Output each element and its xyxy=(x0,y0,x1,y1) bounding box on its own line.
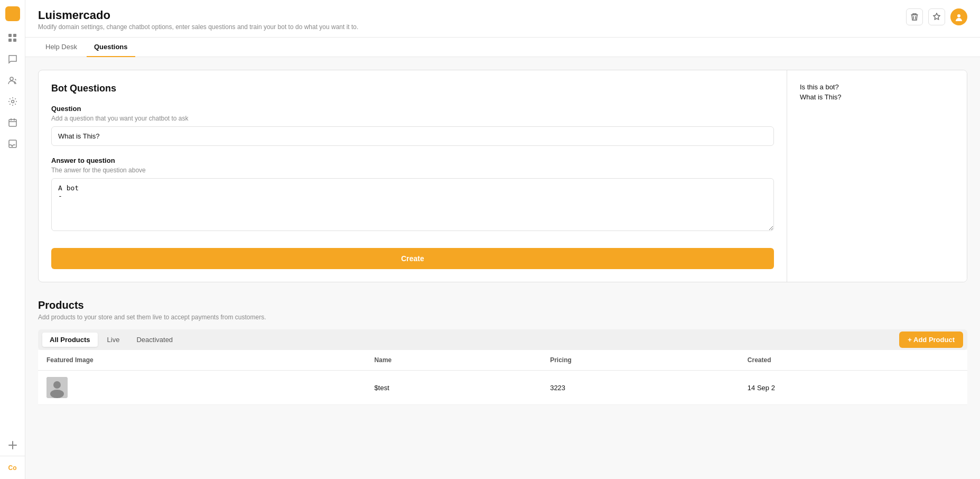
cell-featured-image xyxy=(38,371,366,405)
sidebar-bottom-label: Co xyxy=(0,456,25,479)
answer-sublabel: The anwer for the question above xyxy=(51,167,774,174)
create-button[interactable]: Create xyxy=(51,248,774,269)
user-avatar-button[interactable] xyxy=(950,8,967,25)
table-header-row: Featured Image Name Pricing Created xyxy=(38,350,967,371)
question-field-group: Question Add a question that you want yo… xyxy=(51,105,774,146)
svg-point-12 xyxy=(50,390,64,398)
preview-question-2: What is This? xyxy=(800,93,954,101)
sidebar-add-button[interactable] xyxy=(4,437,21,454)
product-thumbnail xyxy=(46,377,68,398)
sidebar-icon-inbox[interactable] xyxy=(4,135,21,152)
main-content: Luismercado Modify domain settings, chan… xyxy=(25,0,980,479)
svg-point-9 xyxy=(957,14,960,17)
sidebar xyxy=(0,0,25,479)
preview-question-1: Is this a bot? xyxy=(800,83,954,91)
star-button[interactable] xyxy=(928,8,945,25)
tab-helpdesk[interactable]: Help Desk xyxy=(38,38,85,57)
tab-deactivated[interactable]: Deactivated xyxy=(129,333,180,347)
svg-rect-6 xyxy=(9,119,16,126)
sidebar-icon-grid[interactable] xyxy=(4,30,21,47)
svg-rect-3 xyxy=(13,39,16,42)
products-title: Products xyxy=(38,299,967,311)
products-table: Featured Image Name Pricing Created xyxy=(38,350,967,405)
question-sublabel: Add a question that you want your chatbo… xyxy=(51,115,774,122)
page-title: Luismercado xyxy=(38,8,358,22)
cell-name: $test xyxy=(366,371,542,405)
answer-textarea[interactable]: A bot - xyxy=(51,178,774,231)
tab-all-products[interactable]: All Products xyxy=(42,333,98,347)
col-pricing: Pricing xyxy=(542,350,739,371)
sidebar-logo xyxy=(5,6,20,21)
tab-live[interactable]: Live xyxy=(100,333,127,347)
add-product-button[interactable]: + Add Product xyxy=(899,331,963,348)
col-name: Name xyxy=(366,350,542,371)
header-right xyxy=(906,8,967,25)
content-area: Bot Questions Question Add a question th… xyxy=(25,57,980,418)
svg-rect-7 xyxy=(9,140,16,148)
col-created: Created xyxy=(739,350,967,371)
svg-point-11 xyxy=(53,381,61,389)
sidebar-icon-users[interactable] xyxy=(4,72,21,89)
question-input[interactable] xyxy=(51,126,774,146)
answer-label: Answer to question xyxy=(51,156,774,164)
svg-rect-1 xyxy=(13,34,16,37)
products-section: Products Add products to your store and … xyxy=(38,299,967,405)
svg-rect-2 xyxy=(8,39,12,42)
bot-questions-title: Bot Questions xyxy=(51,83,774,94)
cell-pricing: 3223 xyxy=(542,371,739,405)
products-subtitle: Add products to your store and set them … xyxy=(38,314,967,321)
bot-questions-preview: Is this a bot? What is This? xyxy=(787,70,967,282)
sidebar-icon-chat[interactable] xyxy=(4,51,21,68)
col-featured-image: Featured Image xyxy=(38,350,366,371)
page-header: Luismercado Modify domain settings, chan… xyxy=(25,0,980,38)
svg-point-4 xyxy=(10,77,13,80)
answer-field-group: Answer to question The anwer for the que… xyxy=(51,156,774,233)
products-tabs-bar: All Products Live Deactivated + Add Prod… xyxy=(38,329,967,350)
bot-questions-form: Bot Questions Question Add a question th… xyxy=(39,70,787,282)
table-row: $test 3223 14 Sep 2 xyxy=(38,371,967,405)
svg-point-5 xyxy=(11,100,14,103)
sidebar-icon-calendar[interactable] xyxy=(4,114,21,131)
cell-created: 14 Sep 2 xyxy=(739,371,967,405)
tab-questions[interactable]: Questions xyxy=(87,38,135,57)
sidebar-icon-settings[interactable] xyxy=(4,93,21,110)
nav-tabs: Help Desk Questions xyxy=(25,38,980,57)
svg-rect-0 xyxy=(8,34,12,37)
question-label: Question xyxy=(51,105,774,113)
page-subtitle: Modify domain settings, change chatbot o… xyxy=(38,23,358,31)
trash-button[interactable] xyxy=(906,8,923,25)
products-tabs: All Products Live Deactivated xyxy=(42,333,180,347)
header-left: Luismercado Modify domain settings, chan… xyxy=(38,8,358,31)
bot-questions-section: Bot Questions Question Add a question th… xyxy=(38,70,967,282)
